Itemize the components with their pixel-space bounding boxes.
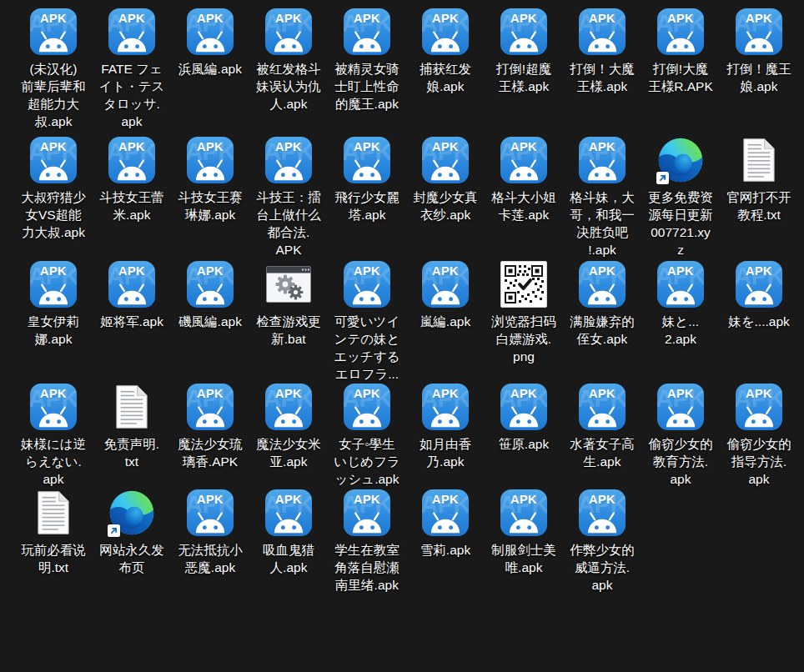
apk-badge-text: APK <box>500 140 547 153</box>
desktop-icon-apk[interactable]: APK APK 魔法少女琉 璃香.APK <box>171 384 249 488</box>
icon-label: 姬将军.apk <box>100 313 163 330</box>
desktop-icon-apk[interactable]: APK APK (未汉化) 前辈后辈和 超能力大 叔.apk <box>14 8 93 130</box>
desktop-icon-apk[interactable]: APK APK 格斗大小姐 卡莲.apk <box>485 137 563 258</box>
apk-file-icon: APK APK <box>657 8 704 55</box>
desktop-icon-apk[interactable]: APK APK 姬将军.apk <box>93 261 171 383</box>
icon-label: 格斗大小姐 卡莲.apk <box>491 188 556 223</box>
apk-badge-text: APK <box>500 493 547 506</box>
android-robot-icon <box>743 30 775 53</box>
android-robot-icon <box>508 511 540 534</box>
icon-label: 网站永久发 布页 <box>99 541 164 576</box>
apk-badge-text: APK <box>265 12 312 25</box>
icon-label: 偷窃少女的 指导方法. apk <box>726 435 791 488</box>
android-robot-icon <box>38 283 69 305</box>
desktop-icon-apk[interactable]: APK APK 打倒!大魔 王様R.APK <box>641 8 720 130</box>
apk-file-icon: APK APK <box>265 8 312 55</box>
desktop-icon-apk[interactable]: APK APK 皇女伊莉 娜.apk <box>14 261 93 383</box>
android-robot-icon <box>116 158 148 181</box>
apk-file-icon: APK APK <box>422 8 469 55</box>
desktop-icon-bat[interactable]: 检查游戏更 新.bat <box>249 261 328 383</box>
desktop-icon-txt[interactable]: 免责声明. txt <box>93 384 171 488</box>
desktop-icon-apk[interactable]: APK APK 妹を....apk <box>720 261 798 383</box>
icon-label: 雪莉.apk <box>420 541 470 559</box>
desktop-icon-apk[interactable]: APK APK 制服剑士美 唯.apk <box>485 489 563 594</box>
desktop-icon-apk[interactable]: APK APK 打倒！大魔 王様.apk <box>563 8 641 130</box>
desktop-icon-apk[interactable]: APK APK 飛行少女麗 塔.apk <box>328 137 406 258</box>
apk-file-icon: APK APK <box>344 384 390 430</box>
desktop-icon-apk[interactable]: APK APK 如月由香 乃.apk <box>406 384 485 488</box>
desktop-icon-apk[interactable]: APK APK 作弊少女的 威逼方法. apk <box>563 489 641 594</box>
icon-label: 被红发格斗 妹误认为仇 人.apk <box>256 60 321 113</box>
desktop-icon-apk[interactable]: APK APK 偷窃少女的 指导方法. apk <box>720 384 798 488</box>
desktop-icon-apk[interactable]: APK APK 可愛いツイ ンテの妹と エッチする エロフラ... <box>328 261 406 383</box>
icon-image: APK APK <box>187 384 234 430</box>
apk-file-icon: APK APK <box>187 261 234 308</box>
desktop-icon-apk[interactable]: APK APK 格斗妹，大 哥，和我一 决胜负吧 !.apk <box>563 137 641 258</box>
desktop-icon-txt[interactable]: 官网打不开 教程.txt <box>720 137 798 258</box>
desktop-icon-qr[interactable]: 浏览器扫码 白嫖游戏. png <box>485 261 563 383</box>
icon-image: APK APK <box>265 384 312 430</box>
apk-file-icon: APK APK <box>736 8 782 55</box>
apk-badge-text: APK <box>30 264 77 278</box>
desktop-icon-apk[interactable]: APK APK 女子◦學生 いじめフラ ッシュ.apk <box>328 384 406 488</box>
icon-image: APK APK <box>579 8 626 55</box>
desktop-icon-apk[interactable]: APK APK 无法抵抗小 恶魔.apk <box>171 489 249 594</box>
desktop-icon-apk[interactable]: APK APK 打倒!超魔 王様.apk <box>485 8 563 130</box>
apk-file-icon: APK APK <box>187 8 234 55</box>
apk-file-icon: APK APK <box>108 137 155 183</box>
apk-file-icon: APK APK <box>500 489 547 536</box>
desktop-icon-apk[interactable]: APK APK 满脸嫌弃的 侄女.apk <box>563 261 641 383</box>
desktop-icon-apk[interactable]: APK APK 大叔狩猎少 女VS超能 力大叔.apk <box>14 137 93 258</box>
icon-label: 封魔少女真 衣纱.apk <box>413 188 478 223</box>
android-robot-icon <box>430 405 461 428</box>
apk-badge-text: APK <box>187 387 234 400</box>
text-file-icon <box>36 490 71 535</box>
desktop-icon-apk[interactable]: APK APK 魔法少女米 亚.apk <box>249 384 328 488</box>
icon-label: 免责声明. txt <box>104 435 159 470</box>
desktop-icon-apk[interactable]: APK APK 妹様には逆 らえない. apk <box>14 384 93 488</box>
desktop-icon-apk[interactable]: APK APK 被精灵女骑 士盯上性命 的魔王.apk <box>328 8 406 130</box>
desktop-icon-apk[interactable]: APK APK 被红发格斗 妹误认为仇 人.apk <box>249 8 328 130</box>
desktop-icon-apk[interactable]: APK APK 吸血鬼猎 人.apk <box>249 489 328 594</box>
desktop-icon-apk[interactable]: APK APK 封魔少女真 衣纱.apk <box>406 137 485 258</box>
desktop-icon-apk[interactable]: APK APK 雪莉.apk <box>406 489 485 594</box>
desktop-icon-apk[interactable]: APK APK 斗技女王蕾 米.apk <box>93 137 171 258</box>
icon-image: APK APK <box>344 384 390 430</box>
desktop-icon-txt[interactable]: 玩前必看说 明.txt <box>14 489 93 594</box>
android-robot-icon <box>508 30 540 53</box>
desktop-icon-apk[interactable]: APK APK 捕获红发 娘.apk <box>406 8 485 130</box>
desktop-icon-apk[interactable]: APK APK 偷窃少女的 教育方法. apk <box>641 384 720 488</box>
apk-badge-text: APK <box>187 493 234 506</box>
android-robot-icon <box>116 30 148 53</box>
android-robot-icon <box>743 283 775 305</box>
icon-label: 作弊少女的 威逼方法. apk <box>570 541 635 594</box>
icon-label: 皇女伊莉 娜.apk <box>28 313 79 348</box>
desktop-icon-apk[interactable]: APK APK 学生在教室 角落自慰瀬 南里绪.apk <box>328 489 406 594</box>
desktop-icon-apk[interactable]: APK APK 水著女子高 生.apk <box>563 384 641 488</box>
apk-badge-text: APK <box>579 140 626 153</box>
desktop-icon-apk[interactable]: APK APK 打倒！魔王 娘.apk <box>720 8 798 130</box>
android-robot-icon <box>508 405 540 428</box>
apk-badge-text: APK <box>265 493 312 506</box>
icon-label: 偷窃少女的 教育方法. apk <box>648 435 713 488</box>
icon-label: 无法抵抗小 恶魔.apk <box>178 541 243 576</box>
android-robot-icon <box>273 511 304 534</box>
desktop-icon-apk[interactable]: APK APK 笹原.apk <box>485 384 563 488</box>
desktop-icon-apk[interactable]: APK APK 斗技王：擂 台上做什么 都合法. APK <box>249 137 328 258</box>
icon-label: 被精灵女骑 士盯上性命 的魔王.apk <box>334 60 399 113</box>
icon-image: APK APK <box>579 384 626 430</box>
desktop-icon-edge[interactable]: 网站永久发 布页 <box>93 489 171 594</box>
icon-label: 格斗妹，大 哥，和我一 决胜负吧 !.apk <box>570 188 635 258</box>
desktop-icon-apk[interactable]: APK APK 妹と... 2.apk <box>641 261 720 383</box>
icon-label: 磯風編.apk <box>178 313 242 330</box>
android-robot-icon <box>351 283 383 305</box>
desktop-icon-edge[interactable]: 更多免费资 源每日更新 007721.xy z <box>641 137 720 258</box>
desktop-icon-apk[interactable]: APK APK 磯風編.apk <box>171 261 249 383</box>
desktop-icon-apk[interactable]: APK APK FATE フェ イト・テス タロッサ. apk <box>93 8 171 130</box>
apk-file-icon: APK APK <box>500 137 547 183</box>
desktop-icon-apk[interactable]: APK APK 嵐編.apk <box>406 261 485 383</box>
desktop-icon-apk[interactable]: APK APK 斗技女王赛 琳娜.apk <box>171 137 249 258</box>
qr-code-image-icon <box>500 261 547 308</box>
desktop-icon-apk[interactable]: APK APK 浜風編.apk <box>171 8 249 130</box>
android-robot-icon <box>586 158 618 181</box>
